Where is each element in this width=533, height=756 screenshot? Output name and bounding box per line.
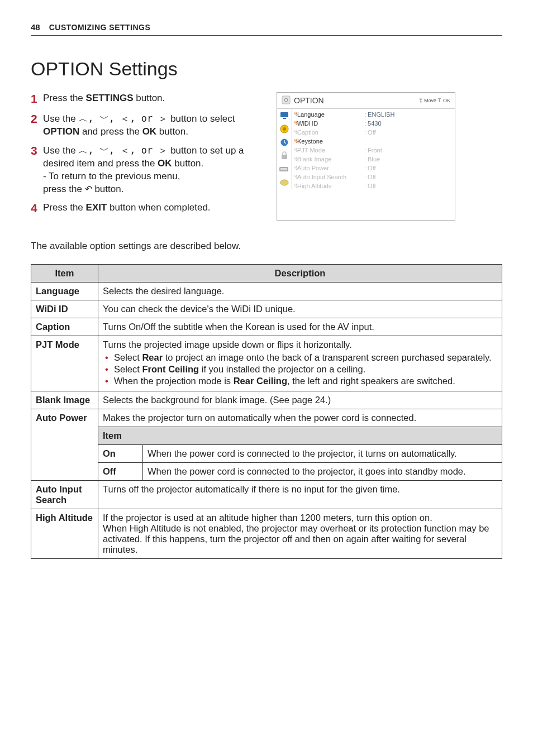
autopower-off-desc: When the power cord is connected to the … xyxy=(143,463,502,481)
svg-point-10 xyxy=(280,180,288,185)
step-text: button to select xyxy=(168,113,235,124)
arrow-keys-icon: ︿, ﹀, ＜, or ＞ xyxy=(78,112,168,125)
osd-item-label: Auto Power xyxy=(297,165,364,171)
clock-icon xyxy=(277,136,292,149)
step-3: 3 Use the ︿, ﹀, ＜, or ＞ button to set up… xyxy=(31,143,265,196)
pjt-bullet: When the projection mode is Rear Ceiling… xyxy=(105,376,497,386)
rear-label: Rear xyxy=(142,352,163,362)
step-number: 4 xyxy=(31,200,43,216)
osd-item-label: PJT Mode xyxy=(297,147,364,154)
input-icon xyxy=(277,162,292,176)
front-ceiling-label: Front Ceiling xyxy=(142,364,199,374)
osd-option-list: ꔈLanguage: ENGLISHꔈWiDi ID: 5430ꔈCaption… xyxy=(292,109,455,192)
osd-item-value: : Front xyxy=(364,147,382,154)
section-title: CUSTOMIZING SETTINGS xyxy=(49,23,151,32)
autopower-item-header: Item xyxy=(98,427,502,445)
back-icon xyxy=(85,184,92,194)
svg-rect-7 xyxy=(282,155,287,159)
osd-item-value: : ENGLISH xyxy=(364,111,394,118)
autopower-on-label: On xyxy=(98,445,143,463)
col-header-item: Item xyxy=(31,265,98,283)
step-text: press the xyxy=(43,184,85,194)
osd-item-label: Language xyxy=(297,111,364,118)
pjt-bullet: Select Rear to project an image onto the… xyxy=(105,352,497,363)
pjt-bullet: Select Front Ceiling if you installed th… xyxy=(105,364,497,375)
page-header: 48 CUSTOMIZING SETTINGS xyxy=(31,22,502,36)
osd-item-value: : Off xyxy=(364,183,376,189)
sun-icon xyxy=(277,122,292,136)
step-text: button. xyxy=(134,93,165,103)
row-autoinput-desc: Turns off the projector automatically if… xyxy=(98,481,502,509)
ok-button-label: OK xyxy=(142,126,157,137)
arrow-keys-icon: ︿, ﹀, ＜, or ＞ xyxy=(78,144,168,157)
osd-item: ꔈCaption: Off xyxy=(292,128,455,137)
step-text: button. xyxy=(92,184,124,194)
step-1: 1 Press the SETTINGS button. xyxy=(31,91,265,107)
step-text: Press the xyxy=(43,93,86,103)
row-language-label: Language xyxy=(31,283,98,300)
svg-rect-9 xyxy=(280,168,287,170)
autopower-off-label: Off xyxy=(98,463,143,481)
row-pjt-label: PJT Mode xyxy=(31,336,98,391)
step-2: 2 Use the ︿, ﹀, ＜, or ＞ button to select… xyxy=(31,111,265,138)
osd-item-label: High Altitude xyxy=(297,183,364,189)
step-text: button. xyxy=(156,126,188,137)
row-widi-desc: You can check the device's the WiDi ID u… xyxy=(98,300,502,318)
col-header-description: Description xyxy=(98,265,502,283)
t: , the left and right speakers are switch… xyxy=(287,376,455,386)
step-number: 1 xyxy=(31,91,43,107)
row-caption-desc: Turns On/Off the subtitle when the Korea… xyxy=(98,318,502,336)
page-number: 48 xyxy=(31,22,40,32)
exit-button-label: EXIT xyxy=(86,202,107,213)
osd-item-value: : Off xyxy=(364,174,376,180)
osd-item-label: Caption xyxy=(297,129,364,136)
osd-category-icons xyxy=(277,109,292,192)
pjt-lead: Turns the projected image upside down or… xyxy=(103,339,352,350)
osd-item: ꔈBlank Image: Blue xyxy=(292,155,455,164)
osd-item: ꔈWiDi ID: 5430 xyxy=(292,119,455,128)
row-autopower-label: Auto Power xyxy=(31,409,98,481)
step-text: Use the xyxy=(43,145,78,156)
lock-icon xyxy=(277,149,292,162)
t: Select xyxy=(114,364,142,374)
ok-button-label: OK xyxy=(158,158,172,169)
row-highalt-label: High Altitude xyxy=(31,509,98,559)
step-text: and press the xyxy=(79,126,142,137)
osd-item-value: : 5430 xyxy=(364,120,382,127)
t: to project an image onto the back of a t… xyxy=(163,352,492,362)
osd-item-label: Blank Image xyxy=(297,156,364,162)
row-caption-label: Caption xyxy=(31,318,98,336)
option-label: OPTION xyxy=(43,126,79,137)
row-pjt-desc: Turns the projected image upside down or… xyxy=(98,336,502,391)
rear-ceiling-label: Rear Ceiling xyxy=(234,376,287,386)
settings-button-label: SETTINGS xyxy=(86,93,134,103)
osd-move-hint: ꔂ Move ꔉ OK xyxy=(419,98,450,104)
step-text: - To return to the previous menu, xyxy=(43,171,180,181)
osd-item: ꔈAuto Input Search: Off xyxy=(292,173,455,181)
row-widi-label: WiDi ID xyxy=(31,300,98,318)
osd-title: OPTION xyxy=(294,96,419,105)
t: When the projection mode is xyxy=(114,376,234,386)
osd-item-value: : Blue xyxy=(364,156,380,162)
svg-rect-2 xyxy=(280,112,288,117)
row-autopower-desc: Makes the projector turn on automaticall… xyxy=(98,409,502,427)
usb-icon xyxy=(277,176,292,189)
page-title: OPTION Settings xyxy=(31,58,502,80)
osd-item-value: : Off xyxy=(364,129,376,136)
osd-item: ꔈAuto Power: Off xyxy=(292,164,455,173)
t: Select xyxy=(114,352,142,362)
row-language-desc: Selects the desired language. xyxy=(98,283,502,300)
osd-item: ꔈPJT Mode: Front xyxy=(292,146,455,155)
gear-icon xyxy=(282,95,291,106)
osd-item: ꔈLanguage: ENGLISH xyxy=(292,110,455,119)
row-blank-desc: Selects the background for blank image. … xyxy=(98,391,502,409)
step-text: Press the xyxy=(43,202,86,213)
steps-list: 1 Press the SETTINGS button. 2 Use the ︿… xyxy=(31,91,265,221)
osd-item-label: WiDi ID xyxy=(297,120,364,127)
osd-item-label: Auto Input Search xyxy=(297,174,364,180)
options-table: Item Description Language Selects the de… xyxy=(31,264,502,559)
monitor-icon xyxy=(277,109,292,122)
step-text: button. xyxy=(172,158,204,169)
table-intro: The available option settings are descri… xyxy=(31,241,502,252)
t: if you installed the projector on a ceil… xyxy=(199,364,365,374)
